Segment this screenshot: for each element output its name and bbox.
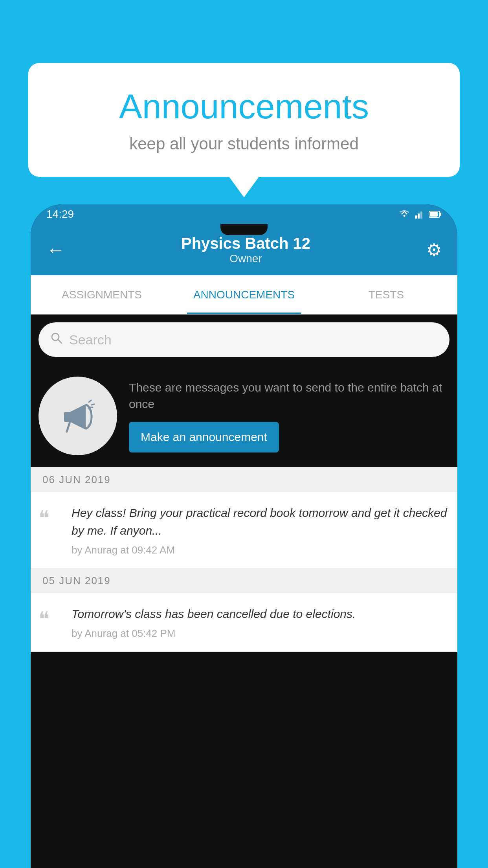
app-bar-title-area: Physics Batch 12 Owner: [181, 235, 310, 265]
battery-icon: [429, 210, 442, 218]
date-divider-2: 05 JUN 2019: [31, 568, 457, 593]
announcements-subtitle: keep all your students informed: [52, 134, 436, 153]
announcement-item-2[interactable]: ❝ Tomorrow's class has been cancelled du…: [31, 593, 457, 652]
empty-state-description: These are messages you want to send to t…: [129, 379, 449, 412]
make-announcement-button[interactable]: Make an announcement: [129, 422, 279, 452]
quote-icon-2: ❝: [39, 607, 62, 631]
svg-rect-5: [430, 212, 438, 217]
tabs-bar: ASSIGNMENTS ANNOUNCEMENTS TESTS: [31, 275, 457, 314]
svg-marker-8: [70, 404, 86, 430]
svg-line-7: [58, 340, 62, 343]
svg-rect-0: [415, 215, 417, 219]
announcement-meta-2: by Anurag at 05:42 PM: [72, 627, 449, 640]
quote-icon-1: ❝: [39, 506, 62, 530]
tab-assignments[interactable]: ASSIGNMENTS: [31, 275, 173, 314]
empty-state: These are messages you want to send to t…: [31, 365, 457, 467]
announcement-text-2: Tomorrow's class has been cancelled due …: [72, 605, 449, 623]
svg-rect-2: [420, 211, 422, 219]
announcement-meta-1: by Anurag at 09:42 AM: [72, 544, 449, 556]
batch-subtitle: Owner: [181, 252, 310, 265]
svg-rect-4: [440, 213, 441, 216]
batch-title: Physics Batch 12: [181, 235, 310, 252]
svg-line-10: [89, 400, 91, 402]
svg-rect-1: [418, 213, 420, 219]
wifi-icon: [398, 210, 410, 219]
svg-rect-9: [64, 412, 71, 422]
announcement-item-1[interactable]: ❝ Hey class! Bring your practical record…: [31, 492, 457, 568]
tab-tests[interactable]: TESTS: [315, 275, 457, 314]
search-bar[interactable]: Search: [39, 322, 449, 357]
status-bar: 14:29: [31, 204, 457, 224]
speech-bubble-card: Announcements keep all your students inf…: [28, 63, 460, 177]
tab-announcements[interactable]: ANNOUNCEMENTS: [173, 275, 315, 314]
announcements-heading: Announcements: [52, 86, 436, 127]
announcement-text-1: Hey class! Bring your practical record b…: [72, 504, 449, 539]
settings-button[interactable]: ⚙: [426, 240, 442, 260]
announcement-content-1: Hey class! Bring your practical record b…: [72, 504, 449, 556]
empty-state-content: These are messages you want to send to t…: [129, 379, 449, 452]
announcement-content-2: Tomorrow's class has been cancelled due …: [72, 605, 449, 640]
megaphone-circle: [39, 377, 117, 455]
back-button[interactable]: ←: [46, 239, 65, 261]
signal-icon: [415, 210, 424, 219]
search-icon: [50, 331, 63, 348]
status-time: 14:29: [46, 208, 74, 221]
date-divider-1: 06 JUN 2019: [31, 467, 457, 492]
svg-line-11: [92, 404, 94, 405]
phone-frame: 14:29 ← Physic: [31, 204, 457, 868]
search-placeholder: Search: [69, 332, 112, 348]
phone-notch: [220, 224, 268, 235]
megaphone-icon: [58, 396, 97, 436]
status-icons: [398, 210, 442, 219]
